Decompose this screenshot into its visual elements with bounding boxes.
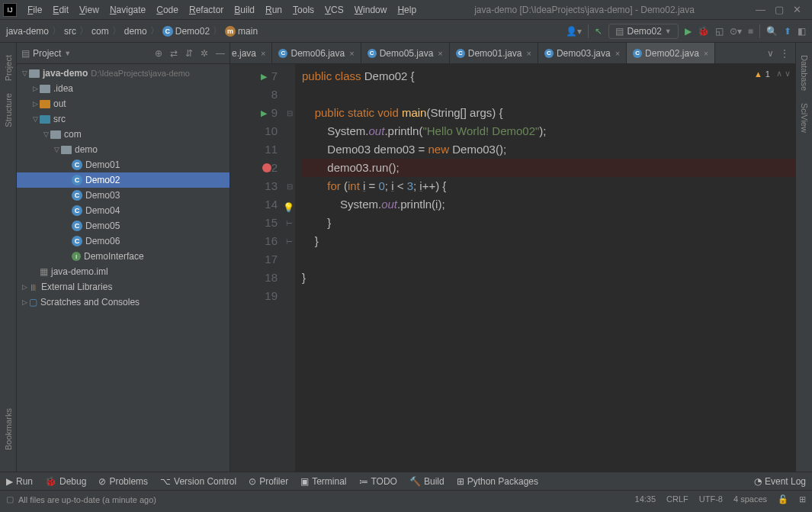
file-encoding[interactable]: UTF-8 [699,494,723,504]
menu-file[interactable]: File [23,2,47,18]
line-separator[interactable]: CRLF [666,494,688,504]
breakpoint-icon[interactable] [262,163,271,172]
tool-profiler[interactable]: ⊙Profiler [249,476,288,487]
tab-hidden[interactable]: e.java× [230,43,272,63]
tree-com[interactable]: ▽com [17,127,229,142]
hammer-icon[interactable]: ↖ [595,26,602,37]
menu-edit[interactable]: Edit [48,2,73,18]
sync-icon[interactable]: ⬆ [784,26,791,37]
tool-terminal[interactable]: ▣Terminal [300,476,346,487]
code-line-19[interactable] [302,287,795,305]
select-opened-icon[interactable]: ⊕ [155,48,162,59]
close-button[interactable]: ✕ [793,4,801,15]
tree-class-demo01[interactable]: CDemo01 [17,157,229,172]
coverage-button[interactable]: ◱ [715,26,724,37]
tree-class-demo05[interactable]: CDemo05 [17,218,229,233]
rail-structure[interactable]: Structure [4,93,13,127]
breadcrumb-item[interactable]: com [91,26,109,37]
menu-build[interactable]: Build [229,2,259,18]
stop-button[interactable]: ■ [748,26,753,37]
ide-settings-icon[interactable]: ◧ [798,26,806,37]
menu-run[interactable]: Run [261,2,287,18]
gutter-line-14[interactable]: 💡14 [230,195,278,214]
debug-button[interactable]: 🐞 [698,26,709,37]
menu-help[interactable]: Help [393,2,421,18]
run-marker-icon[interactable]: ▶ [261,104,267,122]
gutter-line-10[interactable]: 10 [230,122,278,140]
tool-python packages[interactable]: ⊞Python Packages [457,476,538,487]
tool-build[interactable]: 🔨Build [409,476,445,487]
menu-tools[interactable]: Tools [288,2,319,18]
tool-version control[interactable]: ⌥Version Control [160,476,236,487]
indent-info[interactable]: 4 spaces [733,494,767,504]
tree-src[interactable]: ▽src [17,111,229,127]
tree-class-demo06[interactable]: CDemo06 [17,233,229,249]
tree-class-demo02[interactable]: CDemo02 [17,172,229,188]
expand-all-icon[interactable]: ⇄ [170,48,178,59]
fold-marker[interactable] [284,140,295,159]
code-line-17[interactable] [302,250,795,269]
search-icon[interactable]: 🔍 [766,26,778,37]
menu-window[interactable]: Window [350,2,392,18]
code-line-14[interactable]: System.out.println(i); [302,195,795,214]
code-line-18[interactable]: } [302,269,795,287]
fold-column[interactable]: ⊟⊟⊢⊢ [284,64,296,472]
code-area[interactable]: public class Demo02 { public static void… [296,64,795,472]
status-icon[interactable]: ▢ [6,494,14,504]
tab-demo02[interactable]: CDemo02.java× [627,43,715,63]
rail-bookmarks[interactable]: Bookmarks [4,408,13,450]
gutter-line-19[interactable]: 19 [230,287,278,305]
tool-todo[interactable]: ≔TODO [359,476,397,487]
tool-problems[interactable]: ⊘Problems [98,476,148,487]
breadcrumb-class[interactable]: CDemo02 [162,26,210,37]
run-config-selector[interactable]: ▤ Demo02 ▼ [608,24,678,39]
tab-demo03[interactable]: CDemo03.java× [538,43,627,63]
fold-marker[interactable]: ⊟ [284,177,295,195]
code-line-10[interactable]: System.out.println("Hello World! Demo02"… [302,122,795,140]
event-log-button[interactable]: ◔Event Log [754,476,806,487]
project-tree[interactable]: ▽java-demoD:\IdeaProjects\java-demo▷.ide… [17,64,229,472]
tree-interface[interactable]: IDemoInterface [17,249,229,264]
menu-navigate[interactable]: Navigate [105,2,150,18]
menu-refactor[interactable]: Refactor [185,2,228,18]
breadcrumb-item[interactable]: src [64,26,76,37]
gutter-line-9[interactable]: ▶9 [230,104,278,122]
menu-view[interactable]: View [75,2,104,18]
breadcrumb-method[interactable]: mmain [225,26,258,37]
tab-demo06[interactable]: CDemo06.java× [272,43,361,63]
code-line-8[interactable] [302,85,795,104]
menu-code[interactable]: Code [152,2,183,18]
gutter-line-12[interactable]: 12 [230,159,278,177]
gutter-line-11[interactable]: 11 [230,140,278,159]
add-user-icon[interactable]: 👤▾ [566,26,582,37]
code-line-16[interactable]: } [302,232,795,250]
gutter-line-17[interactable]: 17 [230,250,278,269]
menu-vcs[interactable]: VCS [320,2,348,18]
caret-position[interactable]: 14:35 [635,494,656,504]
tree-iml[interactable]: ▦java-demo.iml [17,264,229,279]
fold-marker[interactable] [284,250,295,269]
code-line-13[interactable]: for (int i = 0; i < 3; i++) { [302,177,795,195]
tool-debug[interactable]: 🐞Debug [45,476,86,487]
tree-demo[interactable]: ▽demo [17,142,229,157]
gutter-line-13[interactable]: 13 [230,177,278,195]
tree-class-demo03[interactable]: CDemo03 [17,188,229,203]
run-marker-icon[interactable]: ▶ [261,67,267,85]
fold-marker[interactable] [284,122,295,140]
tree-external-libs[interactable]: ▷⫼External Libraries [17,279,229,295]
code-line-12[interactable]: demo03.run(); [302,159,795,177]
breadcrumb-item[interactable]: java-demo [6,26,49,37]
tool-run[interactable]: ▶Run [6,476,33,487]
line-gutter[interactable]: ▶78▶910111213💡141516171819 [230,64,284,472]
run-button[interactable]: ▶ [685,26,692,37]
gutter-line-18[interactable]: 18 [230,269,278,287]
tree-out[interactable]: ▷out [17,96,229,111]
code-line-11[interactable]: Demo03 demo03 = new Demo03(); [302,140,795,159]
fold-marker[interactable] [284,159,295,177]
rail-project[interactable]: Project [4,55,13,81]
tree-idea[interactable]: ▷.idea [17,81,229,96]
chevron-down-icon[interactable]: ▼ [64,50,71,57]
maximize-button[interactable]: ▢ [775,4,784,15]
code-line-15[interactable]: } [302,214,795,232]
gutter-line-7[interactable]: ▶7 [230,67,278,85]
